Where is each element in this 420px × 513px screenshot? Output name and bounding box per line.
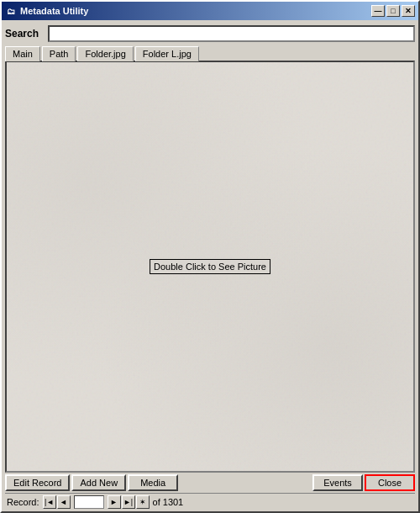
- maximize-button[interactable]: □: [386, 5, 400, 17]
- tabs-row: Main Path Folder.jpg Folder L.jpg: [5, 45, 415, 61]
- search-row: Search: [5, 25, 415, 42]
- app-icon: 🗂: [5, 5, 17, 17]
- window-close-button[interactable]: ✕: [402, 5, 415, 17]
- tab-folder-l-jpg-label: Folder L.jpg: [143, 49, 192, 59]
- tab-main-label: Main: [13, 49, 33, 59]
- bottom-right-buttons: Events Close: [312, 474, 415, 491]
- tab-folder-jpg[interactable]: Folder.jpg: [77, 46, 133, 61]
- record-label: Record:: [7, 497, 39, 507]
- media-button[interactable]: Media: [128, 474, 178, 491]
- window-title: Metadata Utility: [20, 6, 88, 16]
- main-window: 🗂 Metadata Utility — □ ✕ Search Main Pat…: [0, 0, 420, 513]
- content-area: Search Main Path Folder.jpg Folder L.jpg…: [2, 20, 418, 513]
- nav-new-button[interactable]: ✶: [136, 495, 150, 509]
- nav-group-next: ► ►| ✶: [108, 495, 150, 509]
- main-display-area: Double Click to See Picture: [5, 61, 415, 473]
- tab-folder-jpg-label: Folder.jpg: [85, 49, 125, 59]
- search-input[interactable]: [48, 25, 415, 42]
- nav-first-button[interactable]: |◄: [43, 495, 56, 509]
- image-canvas[interactable]: Double Click to See Picture: [7, 62, 413, 471]
- edit-record-button[interactable]: Edit Record: [5, 474, 70, 491]
- title-controls: — □ ✕: [371, 5, 415, 17]
- bottom-left-buttons: Edit Record Add New Media: [5, 474, 178, 491]
- tab-path[interactable]: Path: [42, 46, 76, 61]
- nav-last-button[interactable]: ►|: [122, 495, 135, 509]
- tab-folder-l-jpg[interactable]: Folder L.jpg: [135, 46, 199, 61]
- minimize-button[interactable]: —: [371, 5, 385, 17]
- title-bar: 🗂 Metadata Utility — □ ✕: [2, 2, 418, 20]
- tab-path-label: Path: [50, 49, 69, 59]
- search-label: Search: [5, 28, 43, 40]
- events-button[interactable]: Events: [312, 474, 363, 491]
- record-bar: Record: |◄ ◄ 1 ► ►| ✶ of 1301: [5, 493, 415, 510]
- close-button[interactable]: Close: [365, 474, 415, 491]
- record-total-label: of 1301: [153, 497, 184, 507]
- nav-prev-button[interactable]: ◄: [57, 495, 71, 509]
- nav-next-button[interactable]: ►: [108, 495, 121, 509]
- title-bar-left: 🗂 Metadata Utility: [5, 5, 88, 17]
- picture-prompt-label[interactable]: Double Click to See Picture: [150, 259, 270, 274]
- nav-group: |◄ ◄: [43, 495, 71, 509]
- record-number-input[interactable]: 1: [74, 495, 104, 509]
- tab-main[interactable]: Main: [5, 46, 40, 61]
- add-new-button[interactable]: Add New: [71, 474, 126, 491]
- bottom-toolbar: Edit Record Add New Media Events Close: [5, 474, 415, 491]
